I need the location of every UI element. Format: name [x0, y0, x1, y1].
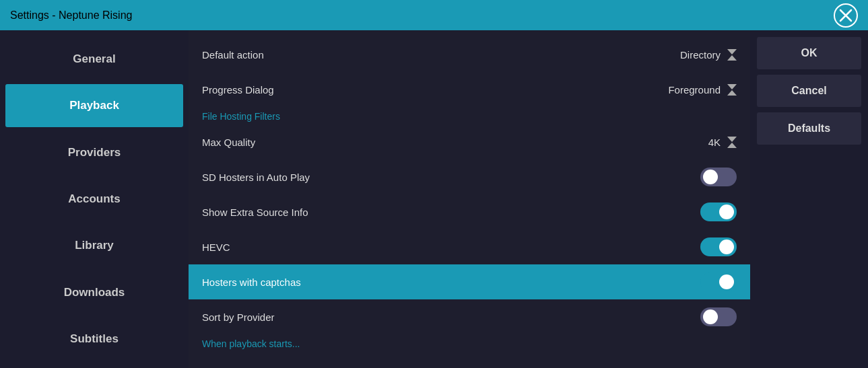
defaults-button[interactable]: Defaults [757, 112, 861, 145]
toggle-knob-hosters-captchas [719, 274, 734, 289]
setting-value-show-extra-source [700, 203, 737, 221]
setting-row-default-action: Default actionDirectory [189, 37, 750, 72]
arrow-up-icon[interactable] [727, 143, 737, 148]
setting-label-hevc: HEVC [202, 242, 700, 253]
kodi-logo-icon [834, 3, 858, 28]
sidebar-item-downloads[interactable]: Downloads [5, 271, 183, 314]
setting-row-hevc: HEVC [189, 229, 750, 264]
setting-row-show-extra-source: Show Extra Source Info [189, 194, 750, 229]
toggle-knob-show-extra-source [719, 205, 734, 219]
sidebar-item-general[interactable]: General [5, 38, 183, 80]
arrow-down-icon[interactable] [727, 49, 737, 54]
sidebar-item-accounts[interactable]: Accounts [5, 178, 183, 220]
setting-label-sort-by-provider: Sort by Provider [202, 311, 700, 323]
cancel-button[interactable]: Cancel [757, 75, 861, 107]
setting-label-max-quality: Max Quality [202, 137, 708, 148]
arrows-max-quality[interactable] [727, 137, 737, 148]
arrow-down-icon[interactable] [727, 84, 737, 89]
toggle-hosters-captchas[interactable] [700, 272, 737, 291]
arrow-up-icon[interactable] [727, 90, 737, 96]
arrow-up-icon[interactable] [727, 55, 737, 61]
setting-value-default-action: Directory [680, 49, 737, 61]
setting-label-progress-dialog: Progress Dialog [202, 84, 668, 96]
arrows-progress-dialog[interactable] [727, 84, 737, 96]
dropdown-value-max-quality: 4K [708, 137, 721, 148]
toggle-knob-hevc [719, 240, 734, 254]
setting-value-sort-by-provider [700, 307, 737, 326]
ok-button[interactable]: OK [757, 37, 861, 69]
toggle-knob-sd-hosters [703, 170, 718, 184]
right-panel: OKCancelDefaults [750, 30, 868, 368]
toggle-hevc[interactable] [700, 237, 737, 256]
sidebar-item-library[interactable]: Library [5, 225, 183, 267]
setting-value-hevc [700, 237, 737, 256]
content-area: Default actionDirectoryProgress DialogFo… [189, 30, 750, 368]
toggle-show-extra-source[interactable] [700, 203, 737, 221]
titlebar: Settings - Neptune Rising [0, 0, 868, 30]
setting-row-sd-hosters: SD Hosters in Auto Play [189, 159, 750, 194]
setting-value-sd-hosters [700, 168, 737, 186]
setting-row-hosters-captchas: Hosters with captchas [189, 264, 750, 299]
toggle-knob-sort-by-provider [703, 309, 718, 324]
setting-label-default-action: Default action [202, 49, 680, 61]
section-header-file-hosting-filters: File Hosting Filters [189, 107, 750, 124]
setting-label-hosters-captchas: Hosters with captchas [202, 277, 700, 288]
sidebar-item-providers[interactable]: Providers [5, 131, 183, 174]
sidebar-item-playback[interactable]: Playback [5, 84, 183, 126]
setting-value-progress-dialog: Foreground [668, 84, 737, 96]
toggle-sd-hosters[interactable] [700, 168, 737, 186]
link-when-playback-starts[interactable]: When playback starts... [189, 334, 750, 352]
setting-row-progress-dialog: Progress DialogForeground [189, 72, 750, 107]
main-layout: GeneralPlaybackProvidersAccountsLibraryD… [0, 30, 868, 368]
setting-row-sort-by-provider: Sort by Provider [189, 299, 750, 334]
setting-label-sd-hosters: SD Hosters in Auto Play [202, 172, 700, 183]
setting-label-show-extra-source: Show Extra Source Info [202, 207, 700, 218]
toggle-sort-by-provider[interactable] [700, 307, 737, 326]
sidebar: GeneralPlaybackProvidersAccountsLibraryD… [0, 30, 189, 368]
arrows-default-action[interactable] [727, 49, 737, 61]
setting-row-max-quality: Max Quality4K [189, 124, 750, 159]
arrow-down-icon[interactable] [727, 137, 737, 142]
setting-value-max-quality: 4K [708, 137, 737, 148]
titlebar-title: Settings - Neptune Rising [10, 9, 132, 22]
sidebar-item-subtitles[interactable]: Subtitles [5, 318, 183, 361]
setting-value-hosters-captchas [700, 272, 737, 291]
dropdown-value-default-action: Directory [680, 49, 721, 61]
dropdown-value-progress-dialog: Foreground [668, 84, 721, 96]
